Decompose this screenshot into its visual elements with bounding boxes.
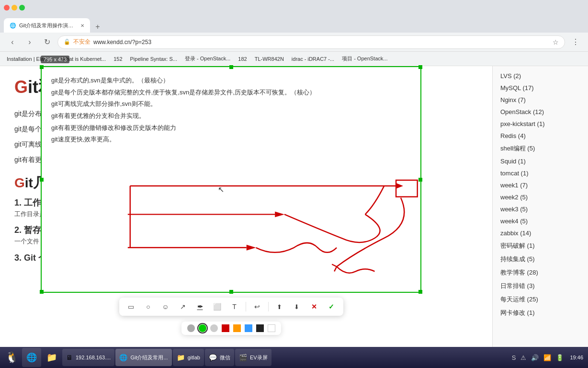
color-red-square[interactable]: [222, 324, 229, 332]
sidebar-item-13[interactable]: zabbix (14): [493, 227, 588, 239]
taskbar-wechat-window[interactable]: 💬 微信: [205, 349, 234, 366]
drawing-toolbar: ▭ ○ ☺ ↗ ✒ ⬜ T ↩ ⬆ ⬇ ✕ ✓: [119, 298, 343, 316]
color-black-square[interactable]: [256, 324, 264, 332]
git-letter: G: [14, 77, 28, 97]
tray-icon-5[interactable]: 🔋: [554, 353, 565, 362]
emoji-tool-btn[interactable]: ☺: [159, 300, 172, 313]
sidebar-item-tomcat[interactable]: tomcat (1): [493, 167, 588, 179]
color-gray-dot[interactable]: [187, 324, 195, 332]
forward-button[interactable]: ›: [23, 35, 36, 49]
bookmark-item-8[interactable]: 项目 - OpenStack...: [339, 54, 390, 63]
sidebar-item-19[interactable]: 网卡修改 (1): [493, 306, 588, 320]
bookmarks-bar: Installation | Elasti... What is Kuberne…: [0, 52, 588, 66]
close-btn[interactable]: [4, 5, 10, 11]
bookmark-icon[interactable]: ☆: [553, 38, 559, 46]
taskbar-icon-2[interactable]: 📁: [42, 348, 61, 367]
share-tool-btn[interactable]: ⬆: [273, 300, 286, 313]
security-icon: 🔓: [64, 39, 70, 45]
bookmark-item-7[interactable]: idrac - iDRAC7 -...: [289, 55, 337, 63]
taskbar-gitlab-window[interactable]: 📁 gitlab: [173, 349, 204, 366]
sidebar-item-2[interactable]: Nginx (7): [493, 94, 588, 106]
svg-marker-6: [247, 245, 256, 251]
sidebar: LVS (2) MySQL (17) Nginx (7) OpenStack (…: [492, 66, 588, 368]
tab-close-btn[interactable]: ✕: [80, 23, 84, 28]
toolbar-sep-1: [246, 302, 246, 311]
taskbar-wechat-label: 微信: [220, 354, 230, 361]
system-tray: S ⚠ 🔊 📶 🔋 19:46: [510, 353, 586, 362]
color-white-square[interactable]: [268, 324, 275, 332]
sc-line-5: git速度更快,效率更高。: [51, 134, 411, 146]
taskbar-ev-window[interactable]: 🎬 EV录屏: [235, 349, 271, 366]
toolbar-sep-2: [268, 302, 269, 311]
text-tool-btn[interactable]: T: [228, 300, 241, 313]
sidebar-item-11[interactable]: week3 (5): [493, 203, 588, 215]
security-label: 不安全: [73, 38, 90, 46]
color-lightgray-dot[interactable]: [210, 324, 218, 332]
pen-tool-btn[interactable]: ✒: [194, 300, 206, 313]
address-bar: ‹ › ↻ 🔓 不安全 www.kendd.cn/?p=253 ☆ ⋮: [0, 33, 588, 52]
tray-icon-3[interactable]: 🔊: [530, 353, 540, 362]
confirm-tool-btn[interactable]: ✓: [325, 300, 338, 313]
tray-icon-4[interactable]: 📶: [542, 353, 553, 362]
active-tab[interactable]: 🌐 Git介绍及常用操作演示（一）- 博... ✕: [4, 18, 90, 33]
taskbar-ev-label: EV录屏: [250, 354, 268, 361]
sidebar-item-16[interactable]: 教学博客 (28): [493, 266, 588, 279]
cancel-tool-btn[interactable]: ✕: [308, 300, 320, 313]
sidebar-item-6[interactable]: shell编程 (5): [493, 142, 588, 155]
sidebar-item-18[interactable]: 每天运维 (25): [493, 293, 588, 306]
max-btn[interactable]: [19, 5, 25, 11]
bookmark-item-4[interactable]: 登录 - OpenStack...: [182, 54, 233, 63]
sidebar-item-17[interactable]: 日常排错 (3): [493, 279, 588, 293]
size-indicator: 795 x 473: [41, 56, 69, 63]
taskbar: 🐧 🌐 📁 🖥 192.168.163.... 🌐 Git介绍及常用... 📁 …: [0, 347, 588, 368]
sidebar-item-1[interactable]: MySQL (17): [493, 82, 588, 94]
taskbar-icon-1[interactable]: 🌐: [22, 348, 41, 367]
menu-button[interactable]: ⋮: [569, 35, 582, 49]
tab-label: Git介绍及常用操作演示（一）- 博...: [19, 22, 78, 29]
color-blue-square[interactable]: [245, 324, 252, 332]
sidebar-item-15[interactable]: 持续集成 (5): [493, 253, 588, 266]
new-tab-button[interactable]: +: [92, 21, 103, 33]
arrow-tool-btn[interactable]: ↗: [177, 300, 189, 313]
undo-tool-btn[interactable]: ↩: [251, 300, 263, 313]
taskbar-terminal-window[interactable]: 🖥 192.168.163....: [62, 349, 114, 366]
taskbar-time: 19:46: [567, 354, 586, 361]
screenshot-overlay[interactable]: 795 x 473 git是分布式的,svn是集中式的。（最核心） git是每个…: [41, 66, 421, 293]
box-tool-btn[interactable]: ⬜: [211, 300, 224, 313]
svg-rect-2: [396, 180, 418, 197]
sidebar-item-7[interactable]: Squid (1): [493, 155, 588, 167]
sidebar-item-9[interactable]: week1 (7): [493, 179, 588, 191]
color-orange-square[interactable]: [233, 324, 241, 332]
back-button[interactable]: ‹: [6, 35, 19, 49]
circle-tool-btn[interactable]: ○: [142, 300, 155, 313]
sidebar-item-14[interactable]: 密码破解 (1): [493, 239, 588, 253]
sc-line-0: git是分布式的,svn是集中式的。（最核心）: [51, 75, 411, 87]
sidebar-item-0[interactable]: LVS (2): [493, 70, 588, 82]
taskbar-browser-window[interactable]: 🌐 Git介绍及常用...: [115, 349, 171, 366]
tab-strip: 🌐 Git介绍及常用操作演示（一）- 博... ✕ +: [0, 15, 588, 33]
taskbar-browser-label: Git介绍及常用...: [130, 354, 168, 361]
start-button[interactable]: 🐧: [2, 348, 21, 367]
sidebar-item-3[interactable]: OpenStack (12): [493, 106, 588, 118]
sidebar-item-4[interactable]: pxe-kickstart (1): [493, 118, 588, 130]
url-bar[interactable]: 🔓 不安全 www.kendd.cn/?p=253 ☆: [57, 35, 565, 49]
download-tool-btn[interactable]: ⬇: [291, 300, 303, 313]
bookmark-item-3[interactable]: Pipeline Syntax: S...: [127, 55, 180, 63]
bookmark-item-2[interactable]: 152: [111, 55, 125, 63]
tray-icon-1[interactable]: S: [510, 353, 518, 362]
rect-tool-btn[interactable]: ▭: [125, 300, 137, 313]
url-text: www.kendd.cn/?p=253: [93, 39, 151, 46]
reload-button[interactable]: ↻: [40, 35, 54, 49]
color-green-dot[interactable]: [199, 324, 206, 332]
sc-line-4: git有着更强的撤销修改和修改历史版本的能力: [51, 122, 411, 134]
browser-chrome: 🌐 Git介绍及常用操作演示（一）- 博... ✕ + ‹ › ↻ 🔓 不安全 …: [0, 0, 588, 66]
bookmark-item-5[interactable]: 182: [235, 55, 249, 63]
svg-marker-4: [275, 211, 284, 217]
sidebar-item-12[interactable]: week4 (5): [493, 215, 588, 227]
svg-marker-1: [396, 183, 403, 189]
sidebar-item-10[interactable]: week2 (5): [493, 191, 588, 203]
sidebar-item-5[interactable]: Redis (4): [493, 130, 588, 142]
bookmark-item-6[interactable]: TL-WR842N: [252, 55, 287, 63]
min-btn[interactable]: [11, 5, 17, 11]
tray-icon-2[interactable]: ⚠: [519, 353, 528, 362]
